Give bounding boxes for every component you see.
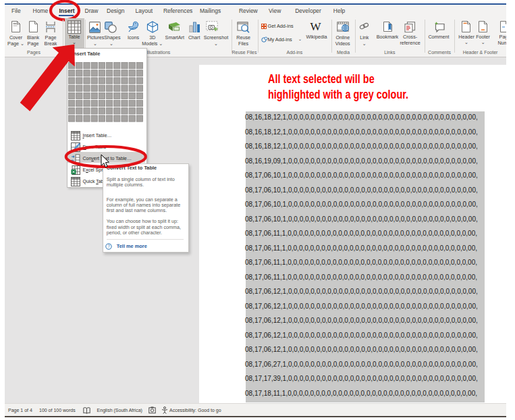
svg-text:?: ?: [108, 244, 111, 248]
